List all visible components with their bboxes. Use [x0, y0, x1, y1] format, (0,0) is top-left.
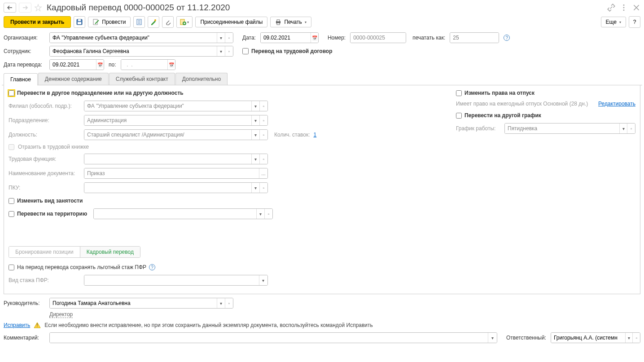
- manager-input[interactable]: [50, 298, 217, 308]
- labor-func-open-button[interactable]: ▫: [259, 154, 267, 164]
- responsible-open-button[interactable]: ▫: [632, 333, 640, 343]
- manager-dropdown-button[interactable]: ▾: [217, 298, 225, 308]
- more-button[interactable]: Еще ▾: [601, 17, 626, 27]
- edit-vacation-link[interactable]: Редактировать: [598, 101, 635, 107]
- pfr-type-label: Вид стажа ПФР:: [9, 277, 80, 283]
- manager-post-link[interactable]: Директор: [49, 311, 73, 318]
- arrow-left-icon: [7, 5, 13, 10]
- help-icon[interactable]: ?: [504, 35, 510, 41]
- pfr-type-dropdown-button[interactable]: ▾: [259, 275, 267, 285]
- transfer-tab[interactable]: Кадровый перевод: [80, 247, 140, 257]
- comment-input[interactable]: [50, 333, 488, 343]
- employee-input[interactable]: [50, 46, 217, 56]
- dept-dropdown-button[interactable]: ▾: [251, 115, 259, 125]
- territory-dropdown-button[interactable]: ▾: [256, 209, 264, 219]
- svg-point-2: [623, 9, 625, 11]
- responsible-input[interactable]: [551, 333, 625, 343]
- employee-dropdown-button[interactable]: ▾: [217, 46, 225, 56]
- help-button[interactable]: ?: [629, 16, 640, 28]
- post-close-button[interactable]: Провести и закрыть: [4, 16, 71, 28]
- pfr-checkbox[interactable]: [9, 265, 14, 270]
- pku-open-button[interactable]: ▫: [259, 183, 267, 193]
- employee-label: Сотрудник:: [4, 48, 45, 54]
- manager-open-button[interactable]: ▫: [225, 298, 233, 308]
- star-icon[interactable]: [34, 4, 42, 12]
- schedule-open-button[interactable]: ▫: [627, 124, 635, 133]
- labor-contract-checkbox[interactable]: [242, 48, 249, 54]
- svg-text:!: !: [37, 323, 38, 328]
- employee-open-button[interactable]: ▫: [225, 46, 233, 56]
- nav-forward-button[interactable]: [19, 3, 31, 13]
- structure-button[interactable]: [148, 16, 159, 28]
- booking-tab[interactable]: Бронирование позиции: [9, 247, 80, 257]
- vacation-checkbox[interactable]: [456, 90, 462, 96]
- dept-open-button[interactable]: ▫: [259, 115, 267, 125]
- create-based-button[interactable]: ▾: [176, 16, 193, 28]
- org-dropdown-button[interactable]: ▾: [217, 33, 225, 43]
- position-input[interactable]: [84, 130, 251, 140]
- svg-point-0: [623, 4, 625, 6]
- schedule-dropdown-button[interactable]: ▾: [619, 124, 627, 133]
- correct-link[interactable]: Исправить: [4, 322, 30, 328]
- print-button[interactable]: Печать ▾: [270, 17, 311, 27]
- responsible-label: Ответственный:: [506, 335, 546, 341]
- change-employment-checkbox[interactable]: [9, 198, 14, 204]
- org-open-button[interactable]: ▫: [225, 33, 233, 43]
- transfer-territory-label: Перевести на территорию: [17, 211, 87, 217]
- pfr-type-input[interactable]: [84, 275, 259, 285]
- paperclip-icon: [165, 19, 171, 25]
- post-button[interactable]: Провести: [88, 17, 131, 27]
- comment-dropdown-button[interactable]: ▾: [488, 333, 497, 343]
- pku-input[interactable]: [84, 183, 251, 193]
- comment-label: Комментарий:: [4, 335, 45, 341]
- doc-name-select-button[interactable]: …: [259, 168, 267, 178]
- pfr-help-icon[interactable]: ?: [149, 264, 155, 270]
- attach-button[interactable]: [162, 16, 174, 28]
- tab-money[interactable]: Денежное содержание: [38, 73, 109, 85]
- print-as-input[interactable]: [450, 33, 499, 43]
- to-date-input[interactable]: [121, 60, 167, 70]
- branch-input[interactable]: [84, 101, 251, 111]
- position-dropdown-button[interactable]: ▾: [251, 130, 259, 140]
- to-date-calendar-button[interactable]: 📅: [167, 60, 175, 70]
- print-label: Печать: [284, 19, 302, 25]
- territory-input[interactable]: [94, 209, 256, 219]
- rates-link[interactable]: 1: [314, 132, 317, 138]
- tab-contract[interactable]: Служебный контракт: [109, 73, 175, 85]
- tab-extra[interactable]: Дополнительно: [175, 73, 228, 85]
- date-calendar-button[interactable]: 📅: [311, 33, 318, 43]
- branch-dropdown-button[interactable]: ▾: [251, 101, 259, 111]
- org-label: Организация:: [4, 35, 45, 41]
- transfer-territory-checkbox[interactable]: [9, 211, 14, 217]
- transfer-date-input[interactable]: [50, 60, 96, 70]
- save-button[interactable]: [74, 16, 85, 28]
- svg-rect-5: [78, 22, 81, 24]
- report-button[interactable]: [133, 16, 145, 28]
- territory-open-button[interactable]: ▫: [264, 209, 272, 219]
- doc-name-input[interactable]: [84, 168, 259, 178]
- correct-text: Если необходимо внести исправление, но п…: [44, 322, 373, 328]
- transfer-other-checkbox[interactable]: [9, 90, 14, 96]
- transfer-date-label: Дата перевода:: [4, 62, 45, 68]
- number-input[interactable]: [350, 33, 406, 43]
- link-icon[interactable]: [607, 4, 615, 12]
- labor-func-dropdown-button[interactable]: ▾: [251, 154, 259, 164]
- attached-files-button[interactable]: Присоединенные файлы: [195, 17, 267, 27]
- org-input[interactable]: [50, 33, 217, 43]
- nav-back-button[interactable]: [4, 3, 16, 13]
- transfer-date-calendar-button[interactable]: 📅: [96, 60, 104, 70]
- responsible-dropdown-button[interactable]: ▾: [625, 333, 633, 343]
- dept-input[interactable]: [84, 115, 251, 125]
- schedule-input[interactable]: [505, 124, 619, 133]
- date-input[interactable]: [261, 33, 311, 43]
- save-icon: [76, 19, 83, 25]
- labor-func-input[interactable]: [84, 154, 251, 164]
- pku-dropdown-button[interactable]: ▾: [251, 183, 259, 193]
- svg-rect-16: [277, 23, 280, 25]
- tab-main[interactable]: Главное: [4, 73, 38, 85]
- position-open-button[interactable]: ▫: [259, 130, 267, 140]
- schedule-checkbox[interactable]: [456, 113, 462, 119]
- close-icon[interactable]: [632, 4, 640, 12]
- menu-dots-icon[interactable]: [620, 4, 628, 12]
- branch-open-button[interactable]: ▫: [259, 101, 267, 111]
